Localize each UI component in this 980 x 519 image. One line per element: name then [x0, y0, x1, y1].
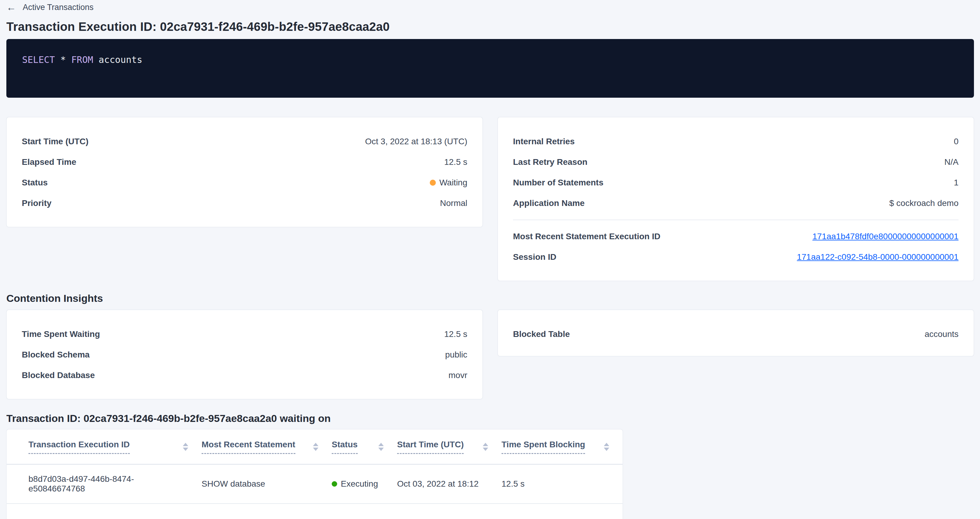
sort-carets-icon[interactable] [378, 443, 384, 451]
sort-carets-icon[interactable] [183, 443, 188, 451]
contention-card-left: Time Spent Waiting 12.5 s Blocked Schema… [6, 310, 483, 399]
sort-carets-icon[interactable] [483, 443, 488, 451]
session-id-row: Session ID 171aa122-c092-54b8-0000-00000… [513, 247, 959, 267]
blocked-table-row: Blocked Table accounts [513, 324, 959, 344]
application-name-label: Application Name [513, 198, 584, 208]
priority-label: Priority [22, 198, 51, 208]
statement-execution-id-row: Most Recent Statement Execution ID 171aa… [513, 226, 959, 247]
cell-status-text: Executing [341, 479, 378, 489]
sql-keyword-from: FROM [72, 54, 93, 65]
time-spent-waiting-value: 12.5 s [444, 329, 467, 339]
column-header-status[interactable]: Status [332, 440, 397, 454]
waiting-on-heading: Transaction ID: 02ca7931-f246-469b-b2fe-… [6, 413, 974, 424]
contention-insights-heading: Contention Insights [6, 292, 974, 304]
column-header-start-time[interactable]: Start Time (UTC) [397, 440, 501, 454]
page-title: Transaction Execution ID: 02ca7931-f246-… [6, 20, 974, 33]
last-retry-reason-label: Last Retry Reason [513, 157, 587, 167]
priority-value: Normal [440, 198, 467, 208]
sort-carets-icon[interactable] [604, 443, 609, 451]
last-retry-reason-row: Last Retry Reason N/A [513, 152, 959, 172]
blocked-database-label: Blocked Database [22, 370, 95, 380]
internal-retries-label: Internal Retries [513, 137, 575, 146]
cell-status: Executing [332, 479, 397, 489]
internal-retries-row: Internal Retries 0 [513, 131, 959, 152]
executing-status-dot-icon [332, 481, 337, 487]
elapsed-time-label: Elapsed Time [22, 157, 76, 167]
number-of-statements-row: Number of Statements 1 [513, 172, 959, 193]
summary-card-left: Start Time (UTC) Oct 3, 2022 at 18:13 (U… [6, 117, 483, 227]
blocked-schema-row: Blocked Schema public [22, 344, 467, 365]
table-header-row: Transaction Execution ID Most Recent Sta… [7, 430, 622, 465]
sql-table-name: accounts [93, 54, 143, 65]
blocked-database-value: movr [449, 370, 467, 380]
arrow-left-icon: ← [6, 2, 16, 12]
card-divider [513, 220, 959, 220]
statement-execution-id-label: Most Recent Statement Execution ID [513, 232, 660, 241]
time-spent-waiting-row: Time Spent Waiting 12.5 s [22, 324, 467, 344]
status-text: Waiting [439, 178, 467, 187]
sort-carets-icon[interactable] [313, 443, 318, 451]
blocked-schema-label: Blocked Schema [22, 350, 89, 360]
elapsed-time-row: Elapsed Time 12.5 s [22, 152, 467, 172]
session-id-label: Session ID [513, 252, 556, 262]
last-retry-reason-value: N/A [944, 157, 959, 167]
summary-card-right: Internal Retries 0 Last Retry Reason N/A… [498, 117, 974, 281]
transaction-detail-page: ← Active Transactions Transaction Execut… [0, 0, 980, 519]
time-spent-waiting-label: Time Spent Waiting [22, 329, 100, 339]
breadcrumb-back-link[interactable]: ← Active Transactions [6, 0, 94, 12]
blocked-table-value: accounts [924, 329, 959, 339]
contention-section: Time Spent Waiting 12.5 s Blocked Schema… [6, 310, 974, 399]
breadcrumb-label: Active Transactions [23, 3, 94, 12]
table-row[interactable]: b8d7d03a-d497-446b-8474-e50846674768 SHO… [7, 465, 622, 504]
application-name-value: $ cockroach demo [889, 198, 959, 208]
waiting-status-dot-icon [430, 179, 436, 186]
status-label: Status [22, 178, 48, 187]
summary-section: Start Time (UTC) Oct 3, 2022 at 18:13 (U… [6, 117, 974, 281]
start-time-row: Start Time (UTC) Oct 3, 2022 at 18:13 (U… [22, 131, 467, 152]
number-of-statements-value: 1 [954, 178, 959, 187]
waiting-on-table: Transaction Execution ID Most Recent Sta… [6, 429, 623, 519]
priority-row: Priority Normal [22, 193, 467, 214]
session-id-link[interactable]: 171aa122-c092-54b8-0000-000000000001 [797, 252, 959, 262]
internal-retries-value: 0 [954, 137, 959, 146]
cell-transaction-execution-id: b8d7d03a-d497-446b-8474-e50846674768 [29, 474, 202, 494]
column-header-transaction-execution-id[interactable]: Transaction Execution ID [29, 440, 202, 454]
start-time-label: Start Time (UTC) [22, 137, 88, 146]
elapsed-time-value: 12.5 s [444, 157, 467, 167]
sql-keyword-select: SELECT [22, 54, 55, 65]
cell-start-time: Oct 03, 2022 at 18:12 [397, 479, 501, 489]
contention-card-right: Blocked Table accounts [498, 310, 974, 356]
start-time-value: Oct 3, 2022 at 18:13 (UTC) [365, 137, 467, 146]
column-header-time-spent-blocking[interactable]: Time Spent Blocking [501, 440, 622, 454]
blocked-table-label: Blocked Table [513, 329, 570, 339]
blocked-database-row: Blocked Database movr [22, 365, 467, 386]
blocked-schema-value: public [445, 350, 467, 360]
column-header-most-recent-statement[interactable]: Most Recent Statement [202, 440, 332, 454]
number-of-statements-label: Number of Statements [513, 178, 603, 187]
sql-statement-box: SELECT * FROM accounts [6, 39, 974, 98]
cell-time-spent-blocking: 12.5 s [501, 479, 622, 489]
status-value: Waiting [430, 178, 467, 187]
status-row: Status Waiting [22, 172, 467, 193]
application-name-row: Application Name $ cockroach demo [513, 193, 959, 214]
cell-most-recent-statement: SHOW database [202, 479, 332, 489]
sql-star: * [55, 54, 71, 65]
statement-execution-id-link[interactable]: 171aa1b478fdf0e80000000000000001 [812, 232, 959, 241]
